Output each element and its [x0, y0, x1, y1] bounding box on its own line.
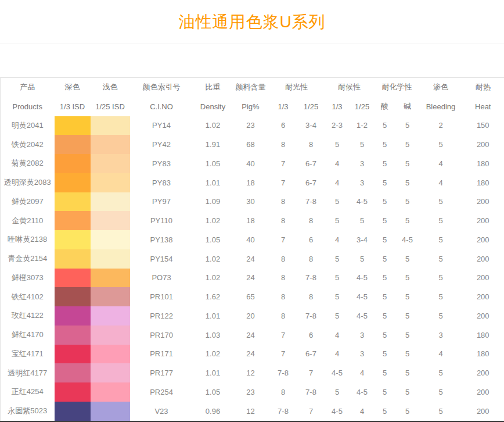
lightfastness-1-25-cell: 7: [298, 363, 325, 382]
bleeding-cell: 5: [420, 269, 462, 288]
color-index-cell: PR171: [130, 345, 193, 364]
product-name-cell: 玫红4122: [1, 306, 55, 326]
lightfastness-1-3-cell: 8: [269, 306, 298, 326]
product-name-cell: 金黄2110: [1, 211, 55, 230]
weatherfastness-1-25-cell: 4-5: [350, 192, 375, 212]
dark-color-swatch: [55, 154, 91, 173]
color-index-cell: PY83: [130, 154, 193, 173]
lightfastness-1-25-cell: 7: [298, 402, 325, 421]
header-row-bottom: Products 1/3 ISD 1/25 ISD C.I.NO Density…: [1, 97, 504, 116]
weatherfastness-1-3-cell: 5: [325, 287, 350, 306]
weatherfastness-1-25-cell: 5: [350, 211, 375, 230]
color-index-cell: V23: [130, 402, 193, 421]
color-index-cell: PO73: [130, 269, 193, 288]
density-cell: 1.01: [193, 173, 233, 192]
subheader-density: Density: [193, 97, 233, 116]
heat-resistance-cell: 200: [462, 230, 504, 249]
alkali-resistance-cell: 5: [395, 363, 420, 382]
weatherfastness-1-25-cell: 4-5: [350, 269, 375, 288]
product-name-cell: 透明深黄2083: [1, 173, 55, 192]
alkali-resistance-cell: 5: [395, 382, 420, 402]
weatherfastness-1-25-cell: 3: [350, 154, 375, 173]
bleeding-cell: 5: [420, 382, 462, 402]
weatherfastness-1-3-cell: 4-5: [325, 402, 350, 421]
alkali-resistance-cell: 5: [395, 192, 420, 212]
table-row: 玫红4122 PR122 1.01 20 8 7-8 5 4-5 5 5 5 2…: [1, 306, 504, 326]
lightfastness-1-3-cell: 7: [269, 345, 298, 364]
alkali-resistance-cell: 5: [395, 135, 420, 154]
weatherfastness-1-25-cell: 3: [350, 326, 375, 345]
weatherfastness-1-25-cell: 3: [350, 173, 375, 192]
heat-resistance-cell: 200: [462, 363, 504, 382]
bleeding-cell: 5: [420, 306, 462, 326]
pigment-content-cell: 40: [233, 230, 269, 249]
color-index-cell: PY97: [130, 192, 193, 212]
weatherfastness-1-3-cell: 4: [325, 345, 350, 364]
bleeding-cell: 4: [420, 345, 462, 364]
pigment-content-cell: 18: [233, 211, 269, 230]
table-row: 青金黄2154 PY154 1.02 24 8 8 5 5 5 5 5 200: [1, 249, 504, 269]
heat-resistance-cell: 180: [462, 154, 504, 173]
bleeding-cell: 3: [420, 326, 462, 345]
lightfastness-1-3-cell: 8: [269, 269, 298, 288]
density-cell: 1.02: [193, 211, 233, 230]
column-header-heat: 耐热: [462, 78, 504, 97]
table-row: 喹啉黄2138 PY138 1.05 40 7 6 4 3-4 5 4-5 5 …: [1, 230, 504, 249]
light-color-swatch: [91, 382, 130, 402]
dark-color-swatch: [55, 382, 91, 402]
lightfastness-1-25-cell: 8: [298, 287, 325, 306]
lightfastness-1-25-cell: 6-7: [298, 345, 325, 364]
lightfastness-1-25-cell: 6-7: [298, 154, 325, 173]
acid-resistance-cell: 5: [375, 269, 395, 288]
acid-resistance-cell: 5: [375, 363, 395, 382]
weatherfastness-1-3-cell: 5: [325, 306, 350, 326]
lightfastness-1-25-cell: 8: [298, 211, 325, 230]
bleeding-cell: 5: [420, 363, 462, 382]
heat-resistance-cell: 200: [462, 269, 504, 288]
light-color-swatch: [91, 135, 130, 154]
weatherfastness-1-25-cell: 4: [350, 363, 375, 382]
table-header: 产品 深色 浅色 颜色索引号 比重 颜料含量 耐光性 耐候性 耐化学性 渗色 耐…: [1, 78, 504, 116]
density-cell: 1.09: [193, 192, 233, 212]
alkali-resistance-cell: 5: [395, 402, 420, 421]
color-index-cell: PR122: [130, 306, 193, 326]
product-name-cell: 铁黄2042: [1, 135, 55, 154]
acid-resistance-cell: 5: [375, 249, 395, 269]
color-index-cell: PY83: [130, 173, 193, 192]
alkali-resistance-cell: 5: [395, 211, 420, 230]
lightfastness-1-25-cell: 3-4: [298, 116, 325, 135]
weatherfastness-1-3-cell: 5: [325, 269, 350, 288]
column-header-light: 浅色: [91, 78, 130, 97]
alkali-resistance-cell: 5: [395, 287, 420, 306]
acid-resistance-cell: 5: [375, 154, 395, 173]
weatherfastness-1-3-cell: 2-3: [325, 116, 350, 135]
color-index-cell: PR101: [130, 287, 193, 306]
dark-color-swatch: [55, 287, 91, 306]
heat-resistance-cell: 200: [462, 135, 504, 154]
lightfastness-1-3-cell: 7-8: [269, 363, 298, 382]
pigment-content-cell: 24: [233, 269, 269, 288]
density-cell: 1.03: [193, 326, 233, 345]
density-cell: 1.02: [193, 116, 233, 135]
column-header-product: 产品: [1, 78, 55, 97]
table-row: 透明深黄2083 PY83 1.01 18 7 6-7 4 3 5 5 4 18…: [1, 173, 504, 192]
pigment-content-cell: 24: [233, 345, 269, 364]
dark-color-swatch: [55, 269, 91, 288]
pigment-spec-table: 产品 深色 浅色 颜色索引号 比重 颜料含量 耐光性 耐候性 耐化学性 渗色 耐…: [0, 77, 504, 421]
heat-resistance-cell: 200: [462, 402, 504, 421]
lightfastness-1-25-cell: 7-8: [298, 192, 325, 212]
density-cell: 1.62: [193, 287, 233, 306]
light-color-swatch: [91, 211, 130, 230]
product-name-cell: 宝红4171: [1, 345, 55, 364]
acid-resistance-cell: 5: [375, 287, 395, 306]
subheader-1-25-isd: 1/25 ISD: [91, 97, 130, 116]
acid-resistance-cell: 5: [375, 116, 395, 135]
lightfastness-1-3-cell: 7: [269, 154, 298, 173]
heat-resistance-cell: 200: [462, 382, 504, 402]
color-index-cell: PR177: [130, 363, 193, 382]
lightfastness-1-3-cell: 7-8: [269, 402, 298, 421]
pigment-content-cell: 12: [233, 402, 269, 421]
weatherfastness-1-3-cell: 4: [325, 154, 350, 173]
density-cell: 1.01: [193, 363, 233, 382]
acid-resistance-cell: 5: [375, 192, 395, 212]
